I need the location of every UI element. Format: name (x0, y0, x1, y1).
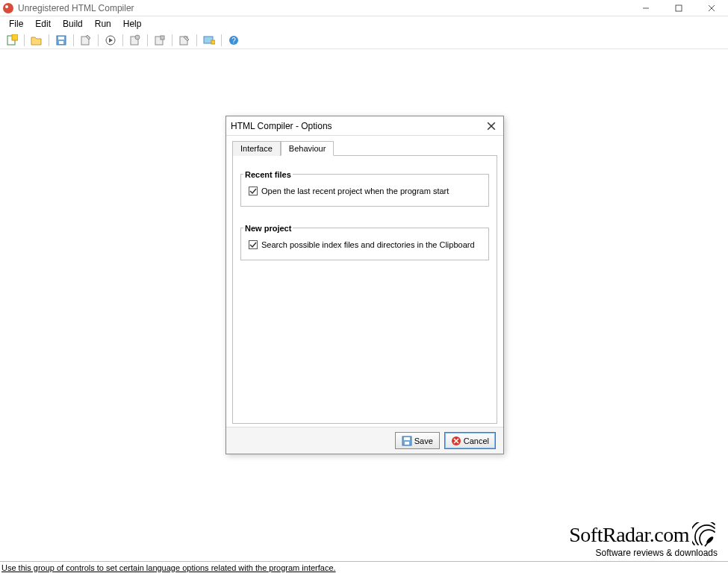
svg-rect-24 (404, 437, 410, 440)
checkbox-search-clipboard[interactable]: Search possible index files and director… (249, 240, 481, 249)
toolbar-separator (49, 34, 49, 46)
toolbar-separator (73, 34, 74, 46)
save-icon[interactable] (52, 32, 70, 48)
maximize-button[interactable] (662, 0, 695, 16)
group-new-project: New project Search possible index files … (240, 217, 489, 260)
close-button[interactable] (695, 0, 728, 16)
svg-rect-8 (59, 41, 63, 44)
dialog-button-row: Save Cancel (226, 427, 503, 454)
group-title-new-project: New project (243, 224, 293, 233)
save-button-label: Save (414, 436, 433, 445)
watermark: SoftRadar.com Software reviews & downloa… (569, 522, 718, 558)
tool-icon-3[interactable] (175, 32, 193, 48)
menu-run[interactable]: Run (89, 17, 117, 31)
toolbar-separator (221, 34, 222, 46)
window-buttons (629, 0, 728, 16)
dialog-titlebar: HTML Compiler - Options (226, 116, 503, 136)
cancel-x-icon (451, 436, 461, 446)
svg-rect-5 (12, 34, 18, 40)
group-recent-files: Recent files Open the last recent projec… (240, 163, 489, 207)
svg-marker-11 (109, 38, 113, 43)
checkbox-icon (249, 240, 258, 249)
menubar: File Edit Build Run Help (0, 16, 728, 31)
tab-behaviour[interactable]: Behaviour (281, 141, 335, 156)
svg-rect-15 (161, 36, 164, 40)
titlebar: Unregistered HTML Compiler (0, 0, 728, 16)
toolbar-separator (172, 34, 172, 46)
dialog-title-text: HTML Compiler - Options (231, 121, 332, 131)
menu-edit[interactable]: Edit (29, 17, 57, 31)
toolbar-separator (24, 34, 25, 46)
svg-rect-18 (211, 40, 215, 44)
checkbox-label: Search possible index files and director… (261, 240, 475, 249)
new-project-icon[interactable] (3, 32, 21, 48)
toolbar-separator (147, 34, 148, 46)
statusbar: Use this group of controls to set certai… (0, 561, 728, 573)
tab-interface[interactable]: Interface (232, 141, 281, 156)
minimize-button[interactable] (629, 0, 662, 16)
checkbox-icon (249, 187, 258, 195)
svg-rect-7 (58, 37, 64, 40)
tool-icon-2[interactable] (151, 32, 169, 48)
svg-rect-25 (405, 442, 409, 445)
toolbar: ? (0, 31, 728, 49)
save-disk-icon (402, 436, 412, 446)
watermark-text: SoftRadar.com (569, 523, 689, 547)
watermark-brand: SoftRadar.com (569, 522, 718, 548)
svg-text:?: ? (231, 37, 236, 45)
tool-icon-1[interactable] (126, 32, 144, 48)
svg-point-13 (135, 35, 140, 40)
dialog-body: Interface Behaviour Recent files Open th… (226, 136, 503, 427)
toolbar-separator (122, 34, 123, 46)
menu-file[interactable]: File (3, 17, 29, 31)
toolbar-separator (98, 34, 99, 46)
menu-help[interactable]: Help (117, 17, 148, 31)
checkbox-label: Open the last recent project when the pr… (261, 187, 449, 195)
open-icon[interactable] (28, 32, 46, 48)
window-title: Unregistered HTML Compiler (18, 3, 134, 13)
dialog-close-button[interactable] (484, 119, 499, 134)
help-icon[interactable]: ? (225, 32, 243, 48)
statusbar-text: Use this group of controls to set certai… (1, 563, 336, 572)
save-button[interactable]: Save (395, 432, 440, 449)
checkbox-open-last-project[interactable]: Open the last recent project when the pr… (249, 187, 481, 195)
cancel-button-label: Cancel (464, 436, 489, 445)
toolbar-separator (196, 34, 197, 46)
options-dialog: HTML Compiler - Options Interface Behavi… (225, 116, 504, 454)
watermark-tagline: Software reviews & downloads (569, 548, 718, 558)
group-title-recent-files: Recent files (243, 170, 293, 179)
menu-build[interactable]: Build (57, 17, 89, 31)
options-icon[interactable] (200, 32, 218, 48)
tab-page-behaviour: Recent files Open the last recent projec… (232, 155, 497, 424)
run-icon[interactable] (102, 32, 119, 48)
radar-icon (692, 522, 718, 548)
svg-rect-1 (676, 5, 682, 11)
build-icon[interactable] (77, 32, 95, 48)
cancel-button[interactable]: Cancel (444, 432, 496, 449)
app-icon (3, 3, 13, 13)
dialog-tabs: Interface Behaviour (232, 140, 497, 155)
